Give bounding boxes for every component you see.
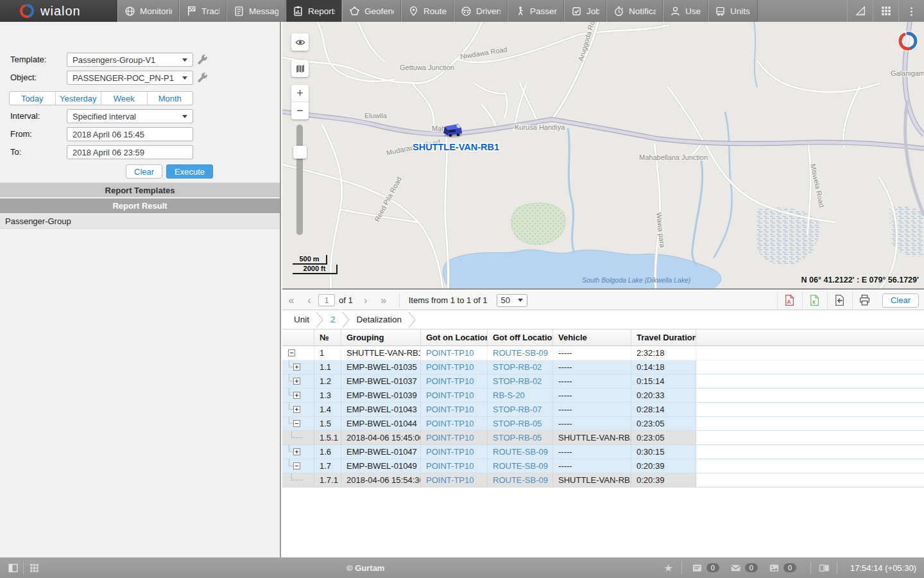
toggle-left-panel-button[interactable] xyxy=(6,561,19,574)
nav-tab-users[interactable]: Users xyxy=(663,0,708,22)
page-size-select[interactable]: 50 xyxy=(497,294,527,307)
range-button-month[interactable]: Month xyxy=(148,92,193,105)
collapse-row-button[interactable] xyxy=(288,349,295,356)
next-page-button[interactable]: › xyxy=(357,295,375,306)
from-input[interactable]: 2018 April 06 15:45 xyxy=(67,127,193,141)
got-on-location-cell[interactable]: POINT-TP10 xyxy=(421,403,488,416)
expand-row-button[interactable] xyxy=(293,448,300,455)
nav-tab-reports[interactable]: Reports xyxy=(286,0,342,22)
table-row[interactable]: 1.3EMP-BWEL-01039POINT-TP10RB-S-20-----0… xyxy=(282,389,924,403)
export-excel-button[interactable]: x xyxy=(802,291,827,310)
nav-tab-drivers[interactable]: Drivers xyxy=(454,0,508,22)
first-page-button[interactable]: « xyxy=(282,295,300,306)
got-off-location-cell[interactable]: ROUTE-SB-09 xyxy=(488,473,553,487)
got-off-location-cell[interactable]: STOP-RB-05 xyxy=(488,431,553,444)
nav-tab-jobs[interactable]: Jobs xyxy=(564,0,606,22)
template-select[interactable]: Passengers-Group-V1 xyxy=(67,53,193,67)
table-row[interactable]: 1.7.12018-04-06 15:54:36POINT-TP10ROUTE-… xyxy=(282,473,924,487)
report-result-item[interactable]: Passenger-Group xyxy=(0,214,280,229)
collapse-row-button[interactable] xyxy=(293,420,300,427)
bottom-apps-button[interactable] xyxy=(28,561,40,574)
favorites-button[interactable]: ★ xyxy=(662,561,675,574)
wialon-logo[interactable]: wialon xyxy=(0,0,117,22)
page-number-input[interactable] xyxy=(318,294,335,306)
mail-counter[interactable]: 0 xyxy=(730,561,763,574)
got-on-location-cell[interactable]: POINT-TP10 xyxy=(421,417,488,430)
got-off-location-cell[interactable]: ROUTE-SB-09 xyxy=(488,445,553,459)
nav-tab-units[interactable]: Units xyxy=(708,0,758,22)
expand-row-button[interactable] xyxy=(293,406,300,413)
collapse-row-button[interactable] xyxy=(293,462,300,469)
got-off-location-cell[interactable]: STOP-RB-05 xyxy=(488,417,553,430)
nav-tab-monitoring[interactable]: Monitoring xyxy=(117,0,179,22)
clear-form-button[interactable]: Clear xyxy=(126,164,162,179)
map-layers-button[interactable] xyxy=(291,60,309,77)
zoom-slider-handle[interactable] xyxy=(293,146,307,159)
got-on-location-cell[interactable]: POINT-TP10 xyxy=(421,431,488,444)
expand-row-button[interactable] xyxy=(293,392,300,399)
last-page-button[interactable]: » xyxy=(375,295,393,306)
list-counter[interactable]: 0 xyxy=(691,561,724,574)
got-off-location-cell[interactable]: RB-S-20 xyxy=(488,389,553,402)
got-on-location-cell[interactable]: POINT-TP10 xyxy=(421,360,488,374)
nav-tab-geofences[interactable]: Geofences xyxy=(342,0,401,22)
expand-row-button[interactable] xyxy=(293,363,300,371)
table-row[interactable]: 1.2EMP-BWEL-01037POINT-TP10STOP-RB-02---… xyxy=(282,374,924,389)
table-row[interactable]: 1.6EMP-BWEL-01047POINT-TP10ROUTE-SB-09--… xyxy=(282,445,924,459)
report-tab-unit[interactable]: Unit xyxy=(294,315,309,324)
to-input[interactable]: 2018 April 06 23:59 xyxy=(67,145,193,159)
zoom-in-button[interactable]: + xyxy=(291,85,309,102)
range-button-yesterday[interactable]: Yesterday xyxy=(56,92,102,105)
got-on-location-cell[interactable]: POINT-TP10 xyxy=(421,346,488,360)
nav-tab-messages[interactable]: Messages xyxy=(227,0,286,22)
report-templates-section[interactable]: Report Templates xyxy=(0,182,280,197)
nav-tab-routes[interactable]: Routes xyxy=(401,0,454,22)
table-row[interactable]: 1SHUTTLE-VAN-RB1POINT-TP10ROUTE-SB-09---… xyxy=(282,346,924,360)
report-tab-2[interactable]: 2 xyxy=(330,315,336,324)
got-off-location-cell[interactable]: ROUTE-SB-09 xyxy=(488,346,553,360)
got-off-location-cell[interactable]: STOP-RB-02 xyxy=(488,360,553,374)
object-select[interactable]: PASSENGER-POC_PN-P1 xyxy=(67,71,193,85)
object-settings-icon[interactable] xyxy=(197,72,209,83)
print-button[interactable] xyxy=(852,291,877,310)
expand-row-button[interactable] xyxy=(293,378,300,385)
apps-grid-button[interactable] xyxy=(873,0,898,22)
got-on-location-cell[interactable]: POINT-TP10 xyxy=(421,459,488,473)
got-on-location-cell[interactable]: POINT-TP10 xyxy=(421,374,488,388)
got-on-location-cell[interactable]: POINT-TP10 xyxy=(421,389,488,402)
got-on-location-cell[interactable]: POINT-TP10 xyxy=(421,473,488,487)
panels-layout-button[interactable] xyxy=(817,561,830,574)
nav-tab-passengers[interactable]: Passengers xyxy=(508,0,564,22)
template-settings-icon[interactable] xyxy=(197,54,209,66)
nav-tab-tracks[interactable]: Tracks xyxy=(179,0,227,22)
map[interactable]: Gettuwa JunctionNiwdawa RoadAruggoda Roa… xyxy=(282,22,924,290)
range-button-week[interactable]: Week xyxy=(101,92,148,105)
interval-select[interactable]: Specified interval xyxy=(67,109,193,123)
range-button-today[interactable]: Today xyxy=(10,92,56,105)
measure-tool-button[interactable] xyxy=(847,0,873,22)
zoom-slider-track[interactable] xyxy=(296,125,303,235)
zoom-out-button[interactable]: − xyxy=(291,102,309,119)
table-row[interactable]: 1.5.12018-04-06 15:45:00POINT-TP10STOP-R… xyxy=(282,431,924,445)
table-row[interactable]: 1.7EMP-BWEL-01049POINT-TP10ROUTE-SB-09--… xyxy=(282,459,924,473)
counter-badge: 0 xyxy=(706,563,719,572)
table-row[interactable]: 1.1EMP-BWEL-01035POINT-TP10STOP-RB-02---… xyxy=(282,360,924,374)
report-tab-detalization[interactable]: Detalization xyxy=(357,315,402,324)
prev-page-button[interactable]: ‹ xyxy=(300,295,318,306)
got-off-location-cell[interactable]: STOP-RB-02 xyxy=(488,374,553,388)
photo-counter[interactable]: 0 xyxy=(768,561,801,574)
nav-tab-notifications[interactable]: Notifications xyxy=(606,0,663,22)
got-off-location-cell[interactable]: ROUTE-SB-09 xyxy=(488,459,553,473)
got-off-location-cell[interactable]: STOP-RB-07 xyxy=(488,403,553,416)
execute-button[interactable]: Execute xyxy=(166,164,213,179)
import-report-button[interactable] xyxy=(827,291,852,310)
table-row[interactable]: 1.4EMP-BWEL-01043POINT-TP10STOP-RB-07---… xyxy=(282,403,924,417)
report-result-section[interactable]: Report Result xyxy=(0,198,280,213)
interval-label: Interval: xyxy=(10,109,40,123)
more-menu-button[interactable]: ⋮ xyxy=(898,0,924,22)
export-pdf-button[interactable]: A xyxy=(777,291,802,310)
got-on-location-cell[interactable]: POINT-TP10 xyxy=(421,445,488,459)
clear-report-button[interactable]: Clear xyxy=(882,293,919,308)
table-row[interactable]: 1.5EMP-BWEL-01044POINT-TP10STOP-RB-05---… xyxy=(282,417,924,431)
visibility-eye-button[interactable] xyxy=(291,33,309,51)
